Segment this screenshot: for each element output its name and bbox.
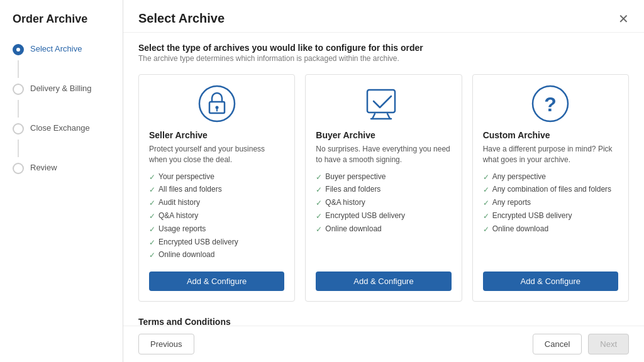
- buyer-archive-card: Buyer Archive No surprises. Have everyth…: [305, 74, 462, 302]
- check-icon: ✓: [149, 250, 155, 261]
- check-icon: ✓: [149, 172, 155, 183]
- feature-item: ✓Encrypted USB delivery: [483, 211, 611, 222]
- next-button[interactable]: Next: [588, 334, 629, 354]
- step-indicator-3: [13, 123, 24, 134]
- question-icon: ?: [531, 85, 569, 123]
- footer-left: Previous: [138, 334, 194, 354]
- main-content: Select Archive ✕ Select the type of arch…: [123, 0, 644, 362]
- check-icon: ✓: [483, 185, 489, 195]
- terms-section: Terms and Conditions I have read and agr…: [138, 317, 629, 326]
- dialog-body: Select the type of archives you would li…: [123, 33, 644, 326]
- check-icon: ✓: [316, 211, 322, 222]
- feature-item: ✓Buyer perspective: [316, 172, 405, 183]
- feature-item: ✓Online download: [483, 224, 611, 235]
- custom-add-configure-button[interactable]: Add & Configure: [483, 272, 618, 291]
- check-icon: ✓: [316, 172, 322, 183]
- section-subtitle: The archive type determines which inform…: [138, 54, 629, 63]
- step-indicator-2: [13, 84, 24, 95]
- close-button[interactable]: ✕: [618, 13, 629, 25]
- sidebar-item-close-exchange[interactable]: Close Exchange: [0, 118, 123, 140]
- buyer-archive-title: Buyer Archive: [316, 130, 375, 140]
- feature-item: ✓Files and folders: [316, 184, 405, 195]
- step-connector-1: [18, 60, 19, 78]
- dialog-footer: Previous Cancel Next: [123, 326, 644, 362]
- feature-item: ✓Q&A history: [316, 197, 405, 209]
- terms-title: Terms and Conditions: [138, 317, 629, 326]
- check-icon: ✓: [316, 185, 322, 195]
- dialog-header: Select Archive ✕: [123, 0, 644, 33]
- seller-archive-features: ✓Your perspective ✓All files and folders…: [149, 172, 238, 263]
- svg-point-0: [199, 86, 235, 121]
- check-icon: ✓: [483, 211, 489, 222]
- sidebar-steps: Select Archive Delivery & Billing Close …: [0, 38, 123, 179]
- feature-item: ✓Q&A history: [149, 211, 238, 222]
- step-label-2: Delivery & Billing: [30, 83, 92, 93]
- feature-item: ✓Online download: [149, 250, 238, 261]
- check-icon: ✓: [483, 198, 489, 209]
- sidebar-title: Order Archive: [0, 13, 123, 38]
- check-icon: ✓: [316, 224, 322, 235]
- feature-item: ✓Any perspective: [483, 172, 611, 183]
- lock-icon: [198, 85, 236, 123]
- step-indicator-4: [13, 163, 24, 174]
- svg-rect-4: [367, 90, 395, 112]
- check-icon: ✓: [483, 172, 489, 183]
- seller-archive-card: Seller Archive Protect yourself and your…: [138, 74, 295, 302]
- archive-cards: Seller Archive Protect yourself and your…: [138, 74, 629, 302]
- check-icon: ✓: [316, 198, 322, 209]
- buyer-archive-features: ✓Buyer perspective ✓Files and folders ✓Q…: [316, 172, 405, 263]
- feature-item: ✓Any reports: [483, 197, 611, 209]
- custom-archive-features: ✓Any perspective ✓Any combination of fil…: [483, 172, 611, 263]
- sidebar-item-select-archive[interactable]: Select Archive: [0, 38, 123, 60]
- seller-archive-desc: Protect yourself and your business when …: [149, 144, 284, 165]
- step-connector-2: [18, 100, 19, 118]
- step-label-3: Close Exchange: [30, 123, 90, 133]
- check-icon: ✓: [483, 224, 489, 235]
- checkmark-icon: [365, 85, 402, 123]
- feature-item: ✓Usage reports: [149, 224, 238, 235]
- seller-add-configure-button[interactable]: Add & Configure: [149, 272, 284, 291]
- check-icon: ✓: [149, 185, 155, 195]
- step-label-4: Review: [30, 162, 57, 172]
- feature-item: ✓Online download: [316, 224, 405, 235]
- step-label-1: Select Archive: [30, 43, 82, 53]
- custom-archive-title: Custom Archive: [483, 130, 550, 140]
- sidebar-item-review[interactable]: Review: [0, 157, 123, 179]
- step-indicator-1: [13, 44, 24, 55]
- feature-item: ✓Any combination of files and folders: [483, 184, 611, 195]
- buyer-add-configure-button[interactable]: Add & Configure: [316, 272, 451, 291]
- sidebar: Order Archive Select Archive Delivery & …: [0, 0, 123, 362]
- check-icon: ✓: [149, 238, 155, 248]
- custom-archive-desc: Have a different purpose in mind? Pick w…: [483, 144, 618, 165]
- feature-item: ✓Encrypted USB delivery: [316, 211, 405, 222]
- feature-item: ✓All files and folders: [149, 184, 238, 195]
- check-icon: ✓: [149, 211, 155, 222]
- feature-item: ✓Encrypted USB delivery: [149, 237, 238, 248]
- step-connector-3: [18, 140, 19, 157]
- check-icon: ✓: [149, 224, 155, 235]
- previous-button[interactable]: Previous: [138, 334, 194, 354]
- cancel-button[interactable]: Cancel: [533, 334, 582, 354]
- svg-text:?: ?: [545, 93, 557, 116]
- footer-right: Cancel Next: [533, 334, 629, 354]
- check-icon: ✓: [149, 198, 155, 209]
- section-title: Select the type of archives you would li…: [138, 43, 629, 53]
- seller-archive-title: Seller Archive: [149, 130, 208, 140]
- custom-archive-card: ? Custom Archive Have a different purpos…: [472, 74, 629, 302]
- feature-item: ✓Audit history: [149, 197, 238, 209]
- buyer-archive-desc: No surprises. Have everything you need t…: [316, 144, 451, 165]
- feature-item: ✓Your perspective: [149, 172, 238, 183]
- sidebar-item-delivery-billing[interactable]: Delivery & Billing: [0, 78, 123, 100]
- dialog-title: Select Archive: [138, 11, 225, 26]
